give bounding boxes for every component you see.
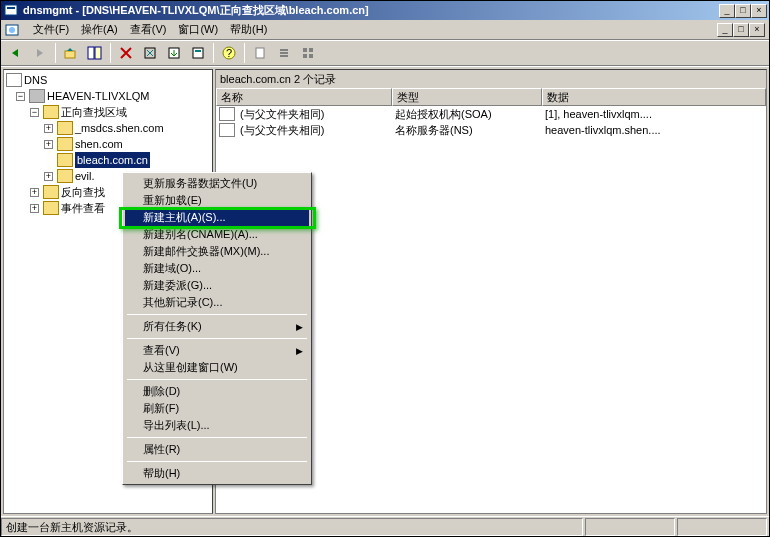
expand-icon[interactable]: + — [30, 204, 39, 213]
menu-separator — [127, 338, 307, 339]
path-bar: bleach.com.cn 2 个记录 — [216, 70, 766, 88]
window-title: dnsmgmt - [DNS\HEAVEN-TLIVXLQM\正向查找区域\bl… — [23, 3, 719, 18]
ctx-delete[interactable]: 删除(D) — [125, 383, 309, 400]
svg-point-3 — [9, 27, 15, 33]
svg-rect-16 — [280, 55, 288, 57]
expand-icon[interactable]: + — [30, 188, 39, 197]
menu-action[interactable]: 操作(A) — [75, 20, 124, 39]
help-button[interactable]: ? — [218, 42, 240, 64]
ctx-all-tasks[interactable]: 所有任务(K)▶ — [125, 318, 309, 335]
ctx-new-mx[interactable]: 新建邮件交换器(MX)(M)... — [125, 243, 309, 260]
zone-icon — [57, 121, 73, 135]
ctx-help[interactable]: 帮助(H) — [125, 465, 309, 482]
folder-icon — [43, 185, 59, 199]
menu-view[interactable]: 查看(V) — [124, 20, 173, 39]
list-header: 名称 类型 数据 — [216, 88, 766, 106]
ctx-new-host[interactable]: 新建主机(A)(S)... — [125, 209, 309, 226]
folder-icon — [43, 201, 59, 215]
cell-name: (与父文件夹相同) — [238, 123, 393, 138]
collapse-icon[interactable]: − — [16, 92, 25, 101]
svg-rect-6 — [95, 47, 101, 59]
context-menu: 更新服务器数据文件(U) 重新加载(E) 新建主机(A)(S)... 新建别名(… — [122, 172, 312, 485]
submenu-arrow-icon: ▶ — [296, 322, 303, 332]
export-button[interactable] — [163, 42, 185, 64]
refresh-button[interactable] — [139, 42, 161, 64]
submenu-arrow-icon: ▶ — [296, 346, 303, 356]
ctx-view[interactable]: 查看(V)▶ — [125, 342, 309, 359]
ctx-new-window-from-here[interactable]: 从这里创建窗口(W) — [125, 359, 309, 376]
svg-rect-10 — [195, 50, 201, 52]
tree-event-viewer[interactable]: 事件查看 — [61, 200, 105, 216]
tree-reverse-zones[interactable]: 反向查找 — [61, 184, 105, 200]
tree-zone-evil[interactable]: evil. — [75, 168, 95, 184]
tree-server[interactable]: HEAVEN-TLIVXLQM — [47, 88, 150, 104]
statusbar: 创建一台新主机资源记录。 — [1, 516, 769, 536]
zone-icon — [57, 137, 73, 151]
properties-button[interactable] — [187, 42, 209, 64]
menu-separator — [127, 461, 307, 462]
show-hide-tree-button[interactable] — [84, 42, 106, 64]
ctx-properties[interactable]: 属性(R) — [125, 441, 309, 458]
svg-rect-17 — [303, 48, 307, 52]
menu-separator — [127, 437, 307, 438]
toolbar: ? — [1, 40, 769, 66]
svg-rect-1 — [7, 7, 15, 9]
toolbar-separator — [55, 43, 56, 63]
mdi-close-button[interactable]: × — [749, 23, 765, 37]
toolbar-separator — [244, 43, 245, 63]
ctx-refresh[interactable]: 刷新(F) — [125, 400, 309, 417]
cell-type: 起始授权机构(SOA) — [393, 107, 543, 122]
folder-icon — [43, 105, 59, 119]
svg-text:?: ? — [226, 47, 232, 59]
list-row[interactable]: (与父文件夹相同) 名称服务器(NS) heaven-tlivxlqm.shen… — [216, 122, 766, 138]
tree-zone-msdcs[interactable]: _msdcs.shen.com — [75, 120, 164, 136]
app-icon — [3, 3, 19, 19]
svg-rect-9 — [193, 48, 203, 58]
column-data[interactable]: 数据 — [542, 88, 766, 106]
expand-icon[interactable]: + — [44, 124, 53, 133]
minimize-button[interactable]: _ — [719, 4, 735, 18]
collapse-icon[interactable]: − — [30, 108, 39, 117]
tree-root[interactable]: DNS — [24, 72, 47, 88]
list-row[interactable]: (与父文件夹相同) 起始授权机构(SOA) [1], heaven-tlivxl… — [216, 106, 766, 122]
list-button[interactable] — [273, 42, 295, 64]
filter-button[interactable] — [249, 42, 271, 64]
up-button[interactable] — [60, 42, 82, 64]
menu-help[interactable]: 帮助(H) — [224, 20, 273, 39]
column-name[interactable]: 名称 — [216, 88, 392, 106]
svg-rect-13 — [256, 48, 264, 58]
forward-button[interactable] — [29, 42, 51, 64]
ctx-new-alias[interactable]: 新建别名(CNAME)(A)... — [125, 226, 309, 243]
cell-data: [1], heaven-tlivxlqm.... — [543, 108, 654, 120]
expand-icon[interactable]: + — [44, 172, 53, 181]
mdi-minimize-button[interactable]: _ — [717, 23, 733, 37]
svg-rect-14 — [280, 49, 288, 51]
status-pane-2 — [677, 518, 767, 536]
tree-zone-bleach[interactable]: bleach.com.cn — [75, 152, 150, 168]
svg-rect-20 — [309, 54, 313, 58]
record-icon — [219, 107, 235, 121]
status-pane-1 — [585, 518, 675, 536]
maximize-button[interactable]: □ — [735, 4, 751, 18]
ctx-export-list[interactable]: 导出列表(L)... — [125, 417, 309, 434]
ctx-update-server-data[interactable]: 更新服务器数据文件(U) — [125, 175, 309, 192]
expand-icon[interactable]: + — [44, 140, 53, 149]
close-button[interactable]: × — [751, 4, 767, 18]
back-button[interactable] — [5, 42, 27, 64]
mdi-restore-button[interactable]: □ — [733, 23, 749, 37]
ctx-new-delegation[interactable]: 新建委派(G)... — [125, 277, 309, 294]
dns-root-icon — [6, 73, 22, 87]
column-type[interactable]: 类型 — [392, 88, 542, 106]
cell-name: (与父文件夹相同) — [238, 107, 393, 122]
menu-window[interactable]: 窗口(W) — [172, 20, 224, 39]
menu-file[interactable]: 文件(F) — [27, 20, 75, 39]
ctx-new-domain[interactable]: 新建域(O)... — [125, 260, 309, 277]
delete-button[interactable] — [115, 42, 137, 64]
tree-forward-zones[interactable]: 正向查找区域 — [61, 104, 127, 120]
detail-button[interactable] — [297, 42, 319, 64]
ctx-reload[interactable]: 重新加载(E) — [125, 192, 309, 209]
menu-separator — [127, 379, 307, 380]
ctx-other-new-records[interactable]: 其他新记录(C)... — [125, 294, 309, 311]
tree-zone-shen[interactable]: shen.com — [75, 136, 123, 152]
svg-rect-0 — [5, 5, 17, 15]
